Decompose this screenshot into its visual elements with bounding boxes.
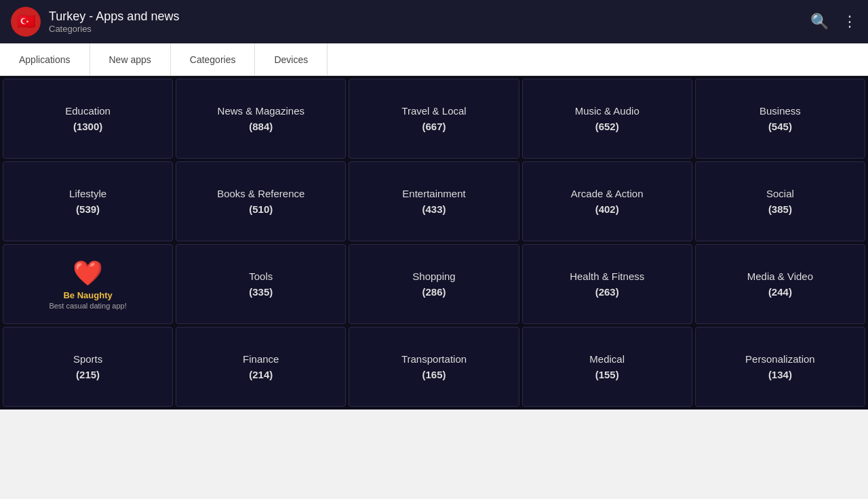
nav-tabs: Applications New apps Categories Devices <box>0 43 868 76</box>
category-count: (433) <box>422 203 446 215</box>
header-right: 🔍 ⋮ <box>810 13 857 31</box>
category-card-business[interactable]: Business (545) <box>695 79 865 159</box>
category-name: Transportation <box>401 353 467 365</box>
category-count: (214) <box>249 369 273 380</box>
category-name: Entertainment <box>402 188 465 199</box>
category-count: (385) <box>768 203 792 215</box>
category-card-education[interactable]: Education (1300) <box>3 79 173 159</box>
ad-title: Be Naughty <box>63 290 112 300</box>
category-name: Medical <box>589 353 625 365</box>
category-name: Lifestyle <box>69 188 106 199</box>
category-card-finance[interactable]: Finance (214) <box>176 327 346 407</box>
category-card-health-fitness[interactable]: Health & Fitness (263) <box>522 244 692 324</box>
category-card-travel-local[interactable]: Travel & Local (667) <box>349 79 519 159</box>
category-name: Business <box>760 105 801 117</box>
category-card-media-video[interactable]: Media & Video (244) <box>695 244 865 324</box>
category-card-arcade-action[interactable]: Arcade & Action (402) <box>522 161 692 241</box>
tab-new-apps[interactable]: New apps <box>90 43 171 75</box>
app-subtitle: Categories <box>49 24 179 34</box>
category-name: Finance <box>243 353 279 365</box>
category-name: News & Magazines <box>218 105 304 117</box>
category-card-sports[interactable]: Sports (215) <box>3 327 173 407</box>
category-card-personalization[interactable]: Personalization (134) <box>695 327 865 407</box>
category-name: Shopping <box>412 271 455 282</box>
category-count: (402) <box>595 203 619 215</box>
category-count: (134) <box>768 369 792 380</box>
category-name: Media & Video <box>747 271 813 282</box>
tab-applications[interactable]: Applications <box>0 43 90 75</box>
category-card-music-audio[interactable]: Music & Audio (652) <box>522 79 692 159</box>
category-card-entertainment[interactable]: Entertainment (433) <box>349 161 519 241</box>
category-count: (884) <box>249 121 273 132</box>
categories-grid: Education (1300) News & Magazines (884) … <box>0 76 868 410</box>
category-name: Arcade & Action <box>571 188 644 199</box>
category-count: (244) <box>768 286 792 298</box>
category-name: Tools <box>249 271 273 282</box>
category-count: (1300) <box>73 121 102 132</box>
category-count: (539) <box>76 203 100 215</box>
ad-card[interactable]: ❤️ Be Naughty Best casual dating app! <box>3 244 173 324</box>
category-count: (155) <box>595 369 619 380</box>
app-title: Turkey - Apps and news <box>49 9 179 24</box>
category-count: (667) <box>422 121 446 132</box>
category-count: (286) <box>422 286 446 298</box>
ad-subtitle: Best casual dating app! <box>49 302 126 310</box>
more-options-icon[interactable]: ⋮ <box>842 13 857 31</box>
category-card-medical[interactable]: Medical (155) <box>522 327 692 407</box>
category-count: (545) <box>768 121 792 132</box>
category-name: Social <box>766 188 794 199</box>
category-name: Health & Fitness <box>570 271 644 282</box>
category-count: (335) <box>249 286 273 298</box>
category-card-books-reference[interactable]: Books & Reference (510) <box>176 161 346 241</box>
ad-icon: ❤️ <box>73 259 103 287</box>
category-count: (165) <box>422 369 446 380</box>
category-card-transportation[interactable]: Transportation (165) <box>349 327 519 407</box>
category-count: (215) <box>76 369 100 380</box>
header-title-group: Turkey - Apps and news Categories <box>49 9 179 34</box>
tab-categories[interactable]: Categories <box>171 43 256 75</box>
search-icon[interactable]: 🔍 <box>810 13 829 31</box>
category-name: Books & Reference <box>217 188 304 199</box>
category-name: Personalization <box>745 353 815 365</box>
tab-devices[interactable]: Devices <box>255 43 328 75</box>
app-header: 🇹🇷 Turkey - Apps and news Categories 🔍 ⋮ <box>0 0 868 43</box>
category-name: Education <box>65 105 111 117</box>
category-card-news-magazines[interactable]: News & Magazines (884) <box>176 79 346 159</box>
header-left: 🇹🇷 Turkey - Apps and news Categories <box>11 7 179 37</box>
category-count: (510) <box>249 203 273 215</box>
category-name: Travel & Local <box>401 105 466 117</box>
category-card-tools[interactable]: Tools (335) <box>176 244 346 324</box>
category-count: (652) <box>595 121 619 132</box>
category-name: Sports <box>73 353 102 365</box>
category-card-shopping[interactable]: Shopping (286) <box>349 244 519 324</box>
category-card-lifestyle[interactable]: Lifestyle (539) <box>3 161 173 241</box>
category-count: (263) <box>595 286 619 298</box>
country-flag-icon: 🇹🇷 <box>11 7 41 37</box>
category-name: Music & Audio <box>575 105 639 117</box>
category-card-social[interactable]: Social (385) <box>695 161 865 241</box>
